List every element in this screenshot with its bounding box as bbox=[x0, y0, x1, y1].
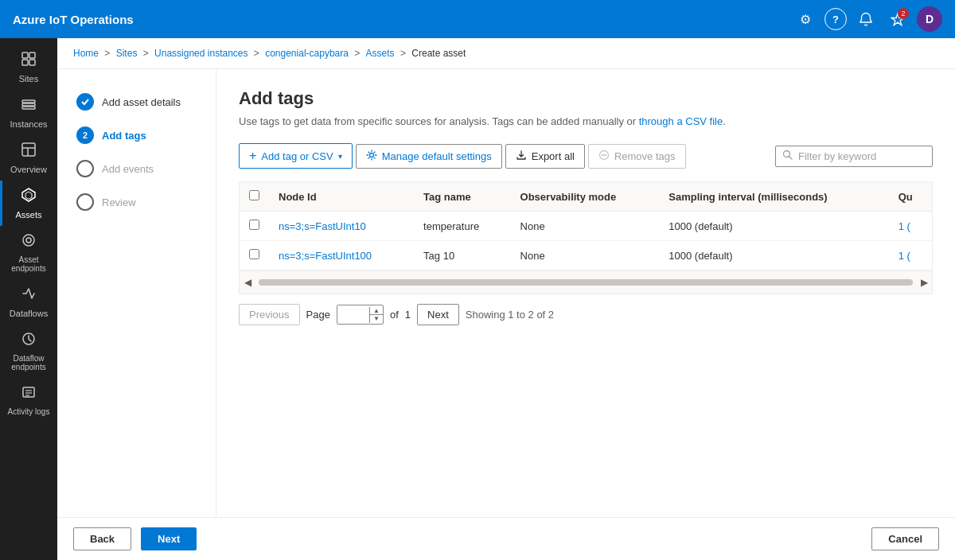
avatar[interactable]: D bbox=[917, 6, 942, 32]
page-up-spinner[interactable]: ▲ bbox=[370, 307, 383, 315]
dropdown-arrow-icon: ▾ bbox=[338, 152, 342, 161]
row-1-checkbox[interactable] bbox=[249, 220, 259, 230]
plus-icon: + bbox=[249, 149, 256, 163]
instances-icon bbox=[21, 96, 37, 116]
page-number-input[interactable]: 1 bbox=[337, 305, 369, 324]
step-add-tags[interactable]: 2 Add tags bbox=[70, 119, 203, 152]
remove-tags-button[interactable]: Remove tags bbox=[588, 144, 686, 169]
next-button-footer[interactable]: Next bbox=[141, 527, 197, 550]
svg-rect-0 bbox=[22, 52, 28, 58]
step-label-3: Add events bbox=[102, 163, 154, 175]
dataflow-endpoints-icon bbox=[21, 331, 37, 351]
help-icon[interactable]: ? bbox=[824, 8, 847, 30]
page-label: Page bbox=[306, 309, 330, 321]
tag-name-header: Tag name bbox=[414, 182, 510, 212]
table-scrollbar: ◀ ▶ bbox=[239, 271, 933, 294]
row-2-observability-mode: None bbox=[511, 241, 660, 270]
sidebar-item-sites-label: Sites bbox=[19, 74, 38, 84]
export-all-button[interactable]: Export all bbox=[505, 144, 585, 169]
select-all-checkbox[interactable] bbox=[249, 190, 259, 200]
sidebar-item-instances[interactable]: Instances bbox=[0, 90, 57, 135]
row-1-observability-mode: None bbox=[511, 212, 660, 241]
breadcrumb-sites[interactable]: Sites bbox=[116, 48, 138, 59]
data-table-container: Node Id Tag name Observability mode Samp… bbox=[239, 181, 933, 271]
breadcrumb-home[interactable]: Home bbox=[73, 48, 99, 59]
scrollbar-track[interactable] bbox=[259, 279, 913, 286]
csv-link[interactable]: through a CSV file bbox=[639, 115, 723, 127]
row-1-qu: 1 ( bbox=[889, 212, 932, 241]
svg-point-12 bbox=[23, 235, 34, 246]
filter-input-container[interactable] bbox=[775, 146, 933, 167]
svg-point-13 bbox=[26, 238, 31, 243]
nav-icons: ⚙ ? 2 D bbox=[793, 6, 942, 32]
scroll-right-arrow[interactable]: ▶ bbox=[916, 274, 932, 290]
notification-icon[interactable]: 2 bbox=[885, 6, 910, 32]
filter-keyword-input[interactable] bbox=[798, 150, 926, 162]
sidebar: Sites Instances Overview Assets Asset en… bbox=[0, 38, 57, 560]
table-header-row: Node Id Tag name Observability mode Samp… bbox=[240, 182, 932, 212]
observability-mode-header: Observability mode bbox=[511, 182, 660, 212]
row-1-node-id-link[interactable]: ns=3;s=FastUInt10 bbox=[279, 220, 366, 232]
tags-table: Node Id Tag name Observability mode Samp… bbox=[240, 182, 932, 270]
sidebar-item-asset-endpoints[interactable]: Asset endpoints bbox=[0, 226, 57, 279]
sidebar-item-assets-label: Assets bbox=[15, 210, 41, 220]
toolbar: + Add tag or CSV ▾ Manage default settin… bbox=[239, 143, 933, 169]
page-down-spinner[interactable]: ▼ bbox=[370, 315, 383, 323]
add-tag-csv-button[interactable]: + Add tag or CSV ▾ bbox=[239, 143, 353, 169]
main-layout: Sites Instances Overview Assets Asset en… bbox=[0, 38, 955, 560]
breadcrumb-assets[interactable]: Assets bbox=[366, 48, 395, 59]
breadcrumb-unassigned-instances[interactable]: Unassigned instances bbox=[154, 48, 248, 59]
breadcrumb-congenial-capybara[interactable]: congenial-capybara bbox=[265, 48, 349, 59]
dataflows-icon bbox=[21, 286, 37, 305]
row-1-node-id: ns=3;s=FastUInt10 bbox=[269, 212, 414, 241]
sidebar-item-sites[interactable]: Sites bbox=[0, 45, 57, 90]
scroll-left-arrow[interactable]: ◀ bbox=[240, 274, 255, 290]
settings-icon[interactable]: ⚙ bbox=[793, 6, 818, 32]
sidebar-item-dataflows[interactable]: Dataflows bbox=[0, 279, 57, 325]
svg-rect-1 bbox=[29, 52, 35, 58]
sidebar-item-assets[interactable]: Assets bbox=[0, 181, 57, 226]
row-2-checkbox-cell[interactable] bbox=[240, 241, 269, 270]
page-title: Add tags bbox=[239, 88, 933, 109]
sites-icon bbox=[21, 51, 37, 71]
step-label-4: Review bbox=[102, 196, 136, 208]
sidebar-item-activity-logs[interactable]: Activity logs bbox=[0, 378, 57, 422]
cancel-button[interactable]: Cancel bbox=[871, 527, 939, 550]
sidebar-item-dataflows-label: Dataflows bbox=[10, 309, 48, 318]
manage-default-settings-button[interactable]: Manage default settings bbox=[356, 144, 502, 169]
row-1-checkbox-cell[interactable] bbox=[240, 212, 269, 241]
page-input-wrapper: 1 ▲ ▼ bbox=[337, 305, 384, 325]
row-2-checkbox[interactable] bbox=[249, 249, 259, 259]
search-icon bbox=[782, 150, 793, 163]
row-2-node-id: ns=3;s=FastUInt100 bbox=[269, 241, 414, 270]
breadcrumb: Home > Sites > Unassigned instances > co… bbox=[57, 38, 955, 69]
select-all-header[interactable] bbox=[240, 182, 269, 212]
notification-badge: 2 bbox=[898, 8, 909, 19]
step-add-asset-details[interactable]: Add asset details bbox=[70, 85, 203, 119]
next-button[interactable]: Next bbox=[417, 304, 459, 325]
sidebar-item-overview-label: Overview bbox=[10, 165, 47, 174]
svg-line-23 bbox=[789, 156, 793, 159]
qu-header: Qu bbox=[889, 182, 932, 212]
back-button[interactable]: Back bbox=[73, 527, 131, 550]
previous-button[interactable]: Previous bbox=[239, 304, 300, 325]
svg-marker-11 bbox=[25, 192, 32, 200]
breadcrumb-current: Create asset bbox=[411, 48, 466, 59]
app-title: Azure IoT Operations bbox=[13, 13, 134, 26]
overview-icon bbox=[21, 142, 37, 161]
svg-rect-7 bbox=[22, 143, 35, 156]
step-circle-1 bbox=[76, 93, 94, 111]
table-body: ns=3;s=FastUInt10 temperature None 1000 … bbox=[240, 212, 932, 270]
step-add-events[interactable]: Add events bbox=[70, 152, 203, 185]
table-row: ns=3;s=FastUInt100 Tag 10 None 1000 (def… bbox=[240, 241, 932, 270]
sidebar-item-dataflow-endpoints[interactable]: Dataflow endpoints bbox=[0, 325, 57, 378]
row-2-node-id-link[interactable]: ns=3;s=FastUInt100 bbox=[279, 250, 372, 262]
total-pages: 1 bbox=[405, 309, 411, 321]
node-id-header: Node Id bbox=[269, 182, 414, 212]
step-circle-4 bbox=[76, 193, 94, 211]
sidebar-item-overview[interactable]: Overview bbox=[0, 135, 57, 181]
bell-icon[interactable] bbox=[853, 6, 879, 32]
table-row: ns=3;s=FastUInt10 temperature None 1000 … bbox=[240, 212, 932, 241]
step-review[interactable]: Review bbox=[70, 185, 203, 219]
asset-endpoints-icon bbox=[21, 232, 37, 252]
